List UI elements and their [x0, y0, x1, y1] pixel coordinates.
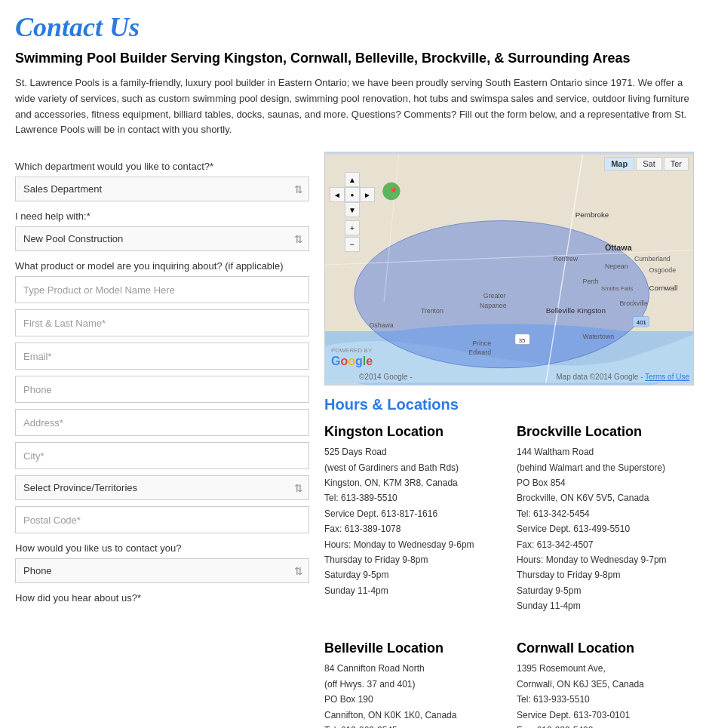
location-block-2: Belleville Location84 Cannifton Road Nor… — [324, 640, 502, 728]
location-name-1: Brockville Location — [517, 424, 694, 440]
contact-method-select[interactable]: Phone Email Either — [15, 558, 309, 583]
page-title: Contact Us — [15, 11, 694, 43]
svg-text:Greater: Greater — [483, 292, 506, 299]
department-select[interactable]: Sales Department Service Department Part… — [15, 177, 309, 201]
province-select-wrapper: Select Province/Territories Alberta Brit… — [15, 475, 309, 500]
svg-text:Renfrew: Renfrew — [554, 255, 579, 263]
svg-text:Brockville: Brockville — [619, 299, 648, 307]
department-select-wrapper: Sales Department Service Department Part… — [15, 177, 309, 201]
location-name-0: Kingston Location — [324, 424, 502, 440]
right-column: Pembroke Ottawa Cumberland Nepean Osgood… — [324, 152, 694, 728]
location-block-0: Kingston Location525 Days Road(west of G… — [324, 424, 502, 613]
svg-text:Napanee: Napanee — [480, 302, 507, 309]
svg-text:Pembroke: Pembroke — [575, 210, 609, 219]
name-input[interactable] — [15, 309, 309, 336]
location-detail-1: 144 Waltham Road(behind Walmart and the … — [517, 444, 694, 613]
location-name-2: Belleville Location — [324, 640, 502, 656]
contact-method-select-wrapper: Phone Email Either — [15, 558, 309, 583]
google-logo: POWERED BY Google — [331, 347, 373, 368]
map-pan-down[interactable]: ▼ — [345, 202, 360, 217]
svg-text:📍: 📍 — [388, 188, 399, 198]
svg-text:Osgoode: Osgoode — [649, 266, 676, 274]
svg-text:Oshawa: Oshawa — [370, 321, 394, 329]
hours-title: Hours & Locations — [324, 396, 694, 413]
postal-input[interactable] — [15, 506, 309, 533]
map-pan-up[interactable]: ▲ — [345, 172, 360, 187]
map-view-button[interactable]: Map — [604, 157, 634, 170]
page-subtitle: Swimming Pool Builder Serving Kingston, … — [15, 51, 694, 66]
contact-method-label: How would you like us to contact you? — [15, 542, 309, 554]
location-name-3: Cornwall Location — [517, 640, 694, 656]
satellite-view-button[interactable]: Sat — [636, 157, 662, 170]
svg-text:Perth: Perth — [583, 278, 599, 285]
map-zoom-out[interactable]: − — [345, 237, 360, 252]
location-detail-0: 525 Days Road(west of Gardiners and Bath… — [324, 444, 502, 598]
svg-text:Prince: Prince — [472, 340, 491, 348]
intro-text: St. Lawrence Pools is a family-friendly,… — [15, 75, 694, 138]
map-copyright: ©2014 Google - — [359, 373, 413, 381]
product-input[interactable] — [15, 276, 309, 303]
location-detail-2: 84 Cannifton Road North(off Hwys. 37 and… — [324, 661, 502, 728]
svg-text:Cornwall: Cornwall — [649, 284, 677, 292]
email-input[interactable] — [15, 342, 309, 370]
help-select-wrapper: New Pool Construction Pool Renovation Ho… — [15, 226, 309, 251]
svg-text:Watertown: Watertown — [583, 333, 615, 340]
help-select[interactable]: New Pool Construction Pool Renovation Ho… — [15, 226, 309, 251]
svg-text:401: 401 — [637, 319, 646, 326]
referral-label: How did you hear about us?* — [15, 592, 309, 604]
svg-text:Nepean: Nepean — [605, 263, 628, 270]
svg-text:Belleville Kingston: Belleville Kingston — [546, 306, 606, 315]
product-label: What product or model are you inquiring … — [15, 260, 309, 272]
location-block-3: Cornwall Location1395 Rosemount Ave,Corn… — [517, 640, 694, 728]
department-label: Which department would you like to conta… — [15, 161, 309, 172]
svg-text:35: 35 — [519, 337, 526, 344]
terrain-view-button[interactable]: Ter — [664, 157, 689, 170]
help-label: I need help with:* — [15, 210, 309, 222]
map-container: Pembroke Ottawa Cumberland Nepean Osgood… — [324, 152, 694, 386]
location-detail-3: 1395 Rosemount Ave,Cornwall, ON K6J 3E5,… — [517, 661, 694, 728]
svg-text:Ottawa: Ottawa — [605, 243, 633, 252]
phone-input[interactable] — [15, 376, 309, 403]
map-zoom-in[interactable]: + — [345, 220, 360, 235]
locations-grid: Kingston Location525 Days Road(west of G… — [324, 424, 694, 728]
city-input[interactable] — [15, 442, 309, 469]
address-input[interactable] — [15, 409, 309, 436]
province-select[interactable]: Select Province/Territories Alberta Brit… — [15, 475, 309, 500]
map-pan-right[interactable]: ► — [360, 187, 375, 202]
svg-text:Smiths Falls: Smiths Falls — [601, 285, 634, 292]
location-block-1: Brockville Location144 Waltham Road(behi… — [517, 424, 694, 613]
map-controls: Map Sat Ter — [604, 157, 689, 170]
map-footer: Map data ©2014 Google - Terms of Use — [556, 373, 689, 381]
svg-text:Edward: Edward — [468, 349, 491, 356]
terms-link[interactable]: Terms of Use — [645, 373, 689, 381]
contact-form: Which department would you like to conta… — [15, 152, 309, 608]
map-pan-left[interactable]: ◄ — [330, 187, 345, 202]
map-svg: Pembroke Ottawa Cumberland Nepean Osgood… — [325, 152, 693, 385]
svg-text:Cumberland: Cumberland — [634, 255, 671, 263]
map-nav: ▲ ◄ ● ► ▼ + − — [330, 157, 375, 252]
map-pan-center[interactable]: ● — [345, 187, 360, 202]
svg-text:Trenton: Trenton — [421, 307, 444, 315]
